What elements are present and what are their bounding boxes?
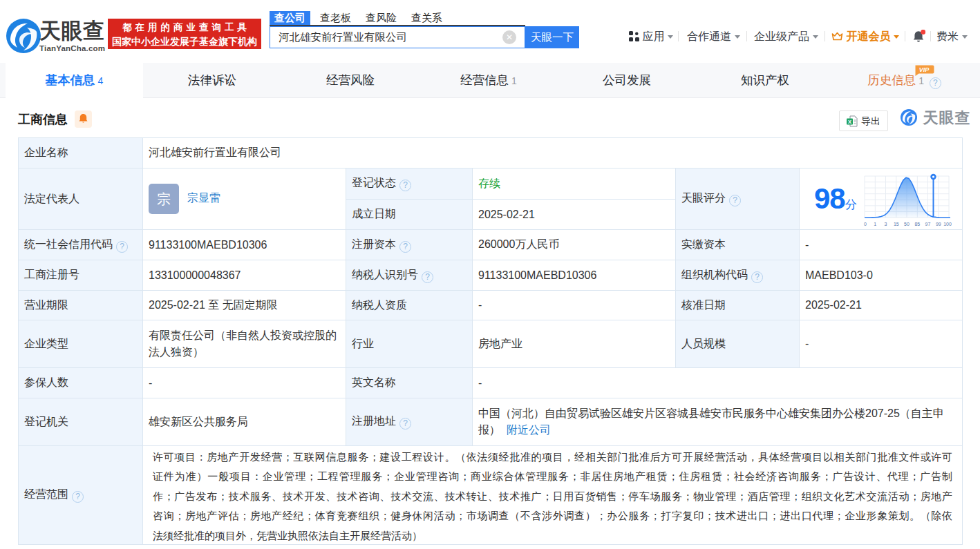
svg-text:X: X [848,119,851,125]
svg-text:15: 15 [894,222,899,227]
svg-text:1: 1 [874,222,876,227]
svg-text:97: 97 [925,222,930,227]
svg-text:VIP: VIP [919,66,930,73]
svg-text:50: 50 [904,222,910,227]
svg-text:3: 3 [884,222,887,227]
svg-text:99: 99 [936,222,941,227]
svg-text:0: 0 [864,222,867,227]
svg-text:100: 100 [943,222,952,227]
svg-text:85: 85 [914,222,920,227]
